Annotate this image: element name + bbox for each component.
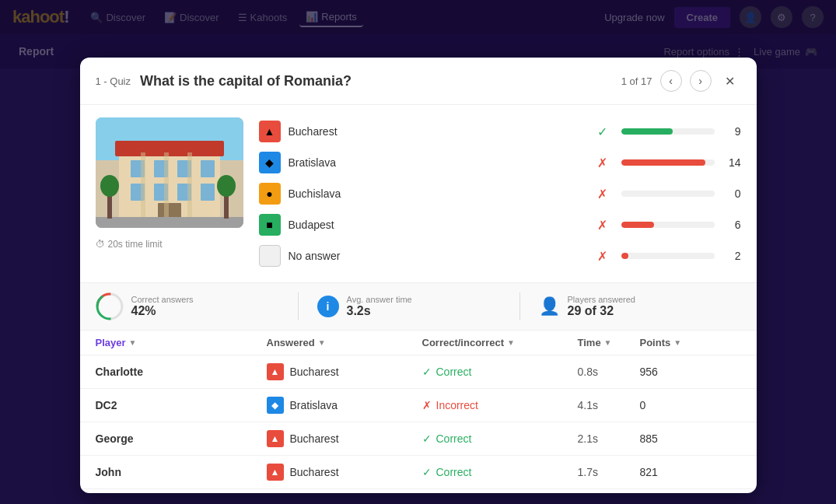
avg-time-stat: i Avg. answer time 3.2s <box>298 292 519 320</box>
cell-points-3: 821 <box>640 466 702 478</box>
cell-answered-1: ◆ Bratislava <box>267 397 422 414</box>
col-answered[interactable]: Answered ▼ <box>267 337 422 348</box>
table-body: Charlotte ▲ Bucharest ✓ Correct 0.8s 956… <box>80 355 757 493</box>
question-modal: 1 - Quiz What is the capital of Romania?… <box>80 58 757 493</box>
col-time[interactable]: Time ▼ <box>578 337 640 348</box>
avg-time-icon: i <box>317 296 339 317</box>
cell-player-1: DC2 <box>96 399 267 411</box>
cell-player-2: George <box>96 432 267 445</box>
cell-correct-1: ✗ Incorrect <box>422 399 578 411</box>
col-points-label: Points <box>640 337 671 348</box>
answers-list: ▲ Bucharest ✓ 9 ◆ Bratislava ✗ 14 <box>259 117 741 270</box>
correct-label-2: Correct <box>436 432 472 445</box>
close-button[interactable]: ✕ <box>719 70 741 92</box>
svg-rect-16 <box>96 217 243 228</box>
answer-shape-2: ● <box>259 183 281 205</box>
svg-rect-7 <box>201 160 215 177</box>
page-counter: 1 of 17 <box>621 75 652 87</box>
svg-rect-13 <box>141 152 145 228</box>
col-correct[interactable]: Correct/incorrect ▼ <box>422 337 578 348</box>
results-table: Player ▼ Answered ▼ Correct/incorrect ▼ … <box>80 331 757 493</box>
answer-count-2: 0 <box>722 187 741 200</box>
answer-count-0: 9 <box>722 125 741 138</box>
table-row: Kenneth ■ Budapest ✗ Incorrect 12.3s 0 <box>80 489 757 493</box>
cell-points-0: 956 <box>640 366 702 378</box>
quiz-label: 1 - Quiz <box>96 75 131 87</box>
incorrect-result-2: ✗ <box>597 187 607 201</box>
correct-answers-stat: Correct answers 42% <box>96 292 298 320</box>
answered-text-3: Bucharest <box>290 466 339 478</box>
answered-shape-1: ◆ <box>267 397 284 414</box>
answered-text-2: Bucharest <box>290 432 339 445</box>
answer-item-4: No answer ✗ 2 <box>259 242 741 270</box>
answered-text-1: Bratislava <box>290 399 338 411</box>
sort-answered-icon: ▼ <box>318 338 326 347</box>
cell-correct-0: ✓ Correct <box>422 366 578 378</box>
col-player-label: Player <box>96 337 126 348</box>
players-answered-label: Players answered <box>568 295 635 304</box>
incorrect-result-3: ✗ <box>597 218 607 233</box>
answer-item-2: ● Buchislava ✗ 0 <box>259 180 741 208</box>
cell-player-3: John <box>96 466 267 478</box>
correct-icon-3: ✓ <box>422 466 432 478</box>
answer-item-0: ▲ Bucharest ✓ 9 <box>259 117 741 145</box>
players-icon: 👤 <box>539 296 560 317</box>
correct-icon-2: ✓ <box>422 432 432 445</box>
cell-correct-2: ✓ Correct <box>422 432 578 445</box>
answer-item-3: ■ Budapest ✗ 6 <box>259 211 741 239</box>
answered-shape-0: ▲ <box>267 363 284 380</box>
table-row: George ▲ Bucharest ✓ Correct 2.1s 885 <box>80 422 757 456</box>
modal-header: 1 - Quiz What is the capital of Romania?… <box>80 58 757 105</box>
cell-time-0: 0.8s <box>578 366 640 378</box>
table-row: Charlotte ▲ Bucharest ✓ Correct 0.8s 956 <box>80 355 757 389</box>
question-section: ⏱ 20s time limit ▲ Bucharest ✓ 9 ◆ <box>80 105 757 283</box>
answered-text-0: Bucharest <box>290 366 339 378</box>
answer-bar-0 <box>621 128 715 135</box>
incorrect-result-1: ✗ <box>597 156 607 170</box>
correct-icon-0: ✓ <box>422 366 432 378</box>
col-time-label: Time <box>578 337 601 348</box>
correct-icon-1: ✗ <box>422 399 432 411</box>
svg-point-20 <box>217 175 236 197</box>
col-correct-label: Correct/incorrect <box>422 337 504 348</box>
answer-shape-4 <box>259 245 281 267</box>
time-limit-value: 20s time limit <box>108 239 163 250</box>
answer-bar-1 <box>621 159 715 166</box>
svg-rect-11 <box>201 184 215 201</box>
modal-overlay: 1 - Quiz What is the capital of Romania?… <box>0 0 836 504</box>
question-image <box>96 117 243 228</box>
prev-arrow-button[interactable]: ‹ <box>660 70 682 92</box>
answer-text-2: Buchislava <box>289 187 583 200</box>
answer-count-1: 14 <box>722 156 741 169</box>
modal-nav: 1 of 17 ‹ › ✕ <box>621 70 741 92</box>
cell-time-1: 4.1s <box>578 399 640 411</box>
cell-answered-0: ▲ Bucharest <box>267 363 422 380</box>
correct-answers-label: Correct answers <box>131 295 194 304</box>
answered-shape-2: ▲ <box>267 430 284 447</box>
col-answered-label: Answered <box>267 337 315 348</box>
stats-row: Correct answers 42% i Avg. answer time 3… <box>80 283 757 331</box>
avg-time-label: Avg. answer time <box>347 295 412 304</box>
next-arrow-button[interactable]: › <box>690 70 712 92</box>
time-limit: ⏱ 20s time limit <box>96 239 243 250</box>
table-header: Player ▼ Answered ▼ Correct/incorrect ▼ … <box>80 331 757 355</box>
clock-icon: ⏱ <box>96 239 105 250</box>
players-answered-info: Players answered 29 of 32 <box>568 295 635 318</box>
answer-text-3: Budapest <box>289 219 583 231</box>
answered-shape-3: ▲ <box>267 464 284 481</box>
cell-time-2: 2.1s <box>578 432 640 445</box>
col-points[interactable]: Points ▼ <box>640 337 702 348</box>
cell-player-0: Charlotte <box>96 366 267 378</box>
quiz-title: What is the capital of Romania? <box>140 73 352 89</box>
svg-rect-14 <box>164 152 169 228</box>
svg-rect-3 <box>115 141 224 156</box>
answer-text-0: Bucharest <box>289 125 583 138</box>
answer-bar-3 <box>621 222 715 228</box>
answer-bar-2 <box>621 191 715 197</box>
answer-text-1: Bratislava <box>289 156 583 169</box>
col-player[interactable]: Player ▼ <box>96 337 267 348</box>
correct-pct-chart <box>96 292 124 320</box>
correct-pct-value: 42% <box>131 304 194 318</box>
sort-points-icon: ▼ <box>673 338 681 347</box>
answer-item-1: ◆ Bratislava ✗ 14 <box>259 149 741 177</box>
